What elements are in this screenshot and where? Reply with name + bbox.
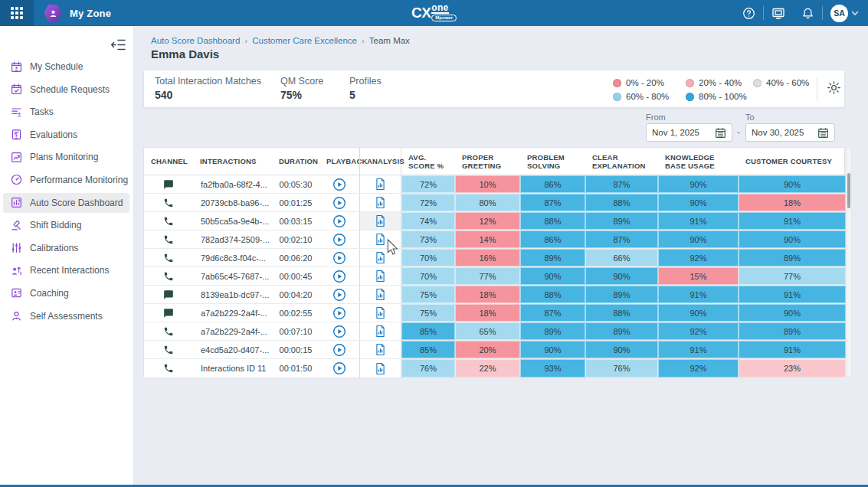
my-schedule-icon [10,60,22,73]
score-cell: 65% [455,322,520,340]
column-header: PROBLEM SOLVING [520,148,585,175]
legend-dot [613,93,621,101]
from-date-input[interactable] [652,128,710,137]
to-label: To [745,113,755,122]
duration: 00:01:25 [272,194,319,211]
table-scrollbar[interactable] [846,147,852,377]
my-zone-logo [43,3,63,23]
analysis-button[interactable] [374,361,388,375]
help-button[interactable] [734,0,763,26]
duration: 00:00:15 [272,341,319,358]
sidebar-item-label: My Schedule [30,61,83,72]
play-button[interactable] [332,361,346,375]
play-button[interactable] [332,251,346,265]
play-button[interactable] [332,288,346,302]
screen-share-button[interactable] [764,0,793,26]
sidebar-item-label: Self Assessments [30,311,103,322]
table-row[interactable]: 7ab65c45-7687-...00:00:4570%77%90%90%15%… [144,267,844,286]
sidebar-item-plans-monitoring[interactable]: Plans Monitoring [3,147,129,167]
cxone-logo-mpower: Mpower [431,15,457,21]
column-header: DURATION [272,148,319,175]
table-row[interactable]: 50b5ca5a-9e4b-...00:03:1574%12%88%89%91%… [144,212,844,230]
table-row[interactable]: fa2fba0a-68f2-4...00:05:3072%10%86%87%90… [144,175,844,194]
sidebar-item-self-assessments[interactable]: Self Assessments [3,306,129,326]
play-button[interactable] [332,343,346,357]
sidebar-item-tasks[interactable]: Tasks [3,102,129,122]
analysis-button[interactable] [374,288,388,302]
score-cell: 80% [455,194,520,211]
score-cell: 77% [739,267,846,285]
sidebar-item-my-schedule[interactable]: My Schedule [3,57,129,77]
recent-interactions-icon [10,264,22,276]
collapse-sidebar-button[interactable] [111,38,126,52]
duration: 00:01:50 [272,359,319,378]
sidebar-item-auto-score-dashboard[interactable]: Auto Score Dashboard [3,193,129,213]
table-row[interactable]: 20739cb8-ba96-...00:01:2572%80%87%88%90%… [144,194,844,212]
analysis-button[interactable] [374,178,388,191]
avg-score-cell: 72% [401,194,455,211]
table-row[interactable]: a7a2b229-2a4f-...00:02:5575%18%87%88%90%… [144,304,844,322]
table-row[interactable]: Interactions ID 1100:01:5076%22%93%76%92… [144,359,844,378]
analysis-button[interactable] [374,306,388,320]
score-cell: 86% [520,230,585,248]
call-channel-icon [144,341,193,358]
notifications-button[interactable] [793,0,822,26]
sidebar-item-performance-monitoring[interactable]: Performance Monitoring [3,170,129,190]
breadcrumb-customer-care-excellence[interactable]: Customer Care Excellence [252,36,357,45]
duration: 00:03:15 [272,212,319,230]
sidebar-item-evaluations[interactable]: Evaluations [3,125,129,145]
stat-qm-score: QM Score 75% [280,76,323,101]
interaction-id: 782ad374-2509-... [193,230,272,248]
table-row[interactable]: 8139ea1b-dc97-...00:04:2075%18%88%89%91%… [144,286,844,304]
to-date-field[interactable] [745,123,835,142]
from-date-field[interactable] [646,123,732,142]
sidebar-item-recent-interactions[interactable]: Recent Interactions [3,260,129,280]
score-cell: 16% [455,249,520,266]
main-content: Auto Score Dashboard›Customer Care Excel… [134,26,868,485]
sidebar-item-calibrations[interactable]: Calibrations [3,238,129,258]
analysis-button[interactable] [374,325,388,338]
column-header: KNOWLEDGE BASE USAGE [658,148,739,175]
play-button[interactable] [332,196,346,210]
column-header: CHANNEL [144,148,193,175]
sidebar-item-schedule-requests[interactable]: Schedule Requests [3,80,129,100]
interaction-id: Interactions ID 11 [193,359,272,378]
table-row[interactable]: e4cd5a20-d407-...00:00:1585%20%90%90%91%… [144,341,844,359]
score-cell: 89% [739,322,846,340]
duration: 00:02:55 [272,304,319,322]
analysis-button[interactable] [374,251,388,265]
legend-dot [686,79,694,87]
legend-dot [686,93,694,101]
sidebar-item-label: Shift Bidding [30,220,81,230]
score-cell: 89% [585,322,658,340]
duration: 00:02:10 [272,230,319,248]
legend-item: 80% - 100% [686,90,753,103]
table-row[interactable]: a7a2b229-2a4f-...00:07:1085%65%89%89%92%… [144,322,844,341]
settings-button[interactable] [827,80,842,96]
legend-dot [753,79,762,87]
play-button[interactable] [332,178,346,191]
sidebar-item-shift-bidding[interactable]: Shift Bidding [3,215,129,235]
to-date-input[interactable] [752,128,813,137]
breadcrumb-auto-score-dashboard[interactable]: Auto Score Dashboard [151,36,240,45]
analysis-button[interactable] [374,270,388,283]
play-button[interactable] [332,270,346,283]
play-button[interactable] [332,306,346,320]
score-legend: 0% - 20%20% - 40%40% - 60%60% - 80%80% -… [613,76,814,103]
play-button[interactable] [332,233,346,247]
play-button[interactable] [332,325,346,338]
scrollbar-thumb[interactable] [847,173,850,208]
calendar-icon[interactable] [817,127,829,139]
sidebar-item-coaching[interactable]: Coaching [3,283,129,303]
analysis-button[interactable] [374,196,388,210]
user-menu[interactable]: SA [823,5,868,22]
app-launcher-button[interactable] [0,0,34,26]
table-row[interactable]: 782ad374-2509-...00:02:1073%14%86%87%90%… [144,230,844,249]
analysis-button[interactable] [374,233,388,247]
legend-item: 0% - 20% [613,76,686,90]
calendar-icon[interactable] [715,127,726,139]
analysis-button[interactable] [374,343,388,357]
play-button[interactable] [332,214,346,228]
analysis-button[interactable] [374,214,388,228]
table-row[interactable]: 79d6c8c3-f04c-...00:06:2070%16%89%66%92%… [144,249,844,267]
